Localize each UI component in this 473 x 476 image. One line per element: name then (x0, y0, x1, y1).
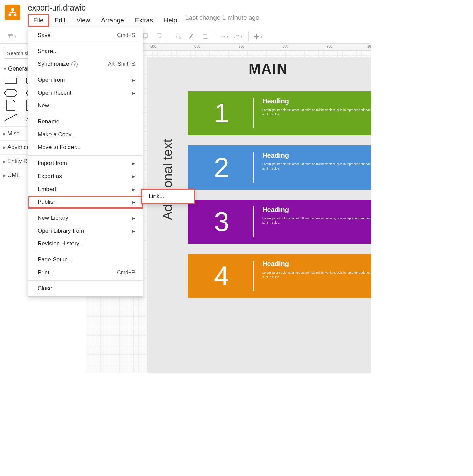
menu-embed[interactable]: Embed (28, 183, 143, 196)
menubar: File Edit View Arrange Extras Help Last … (28, 14, 259, 27)
app-logo[interactable] (5, 5, 20, 20)
menu-edit[interactable]: Edit (49, 14, 71, 27)
svg-rect-2 (14, 14, 17, 16)
menu-open-from[interactable]: Open from (28, 74, 143, 86)
diagram-row-2: 2 Heading Lorem ipsum dolor sit amet. Ut… (188, 145, 371, 190)
menu-save[interactable]: SaveCmd+S (28, 29, 143, 42)
menu-new-[interactable]: New... (28, 99, 143, 112)
menu-export-as[interactable]: Export as (28, 170, 143, 183)
svg-point-10 (179, 37, 181, 39)
connection-style-button[interactable]: ▼ (221, 32, 229, 41)
menu-synchronize[interactable]: Synchronize?Alt+Shift+S (28, 58, 143, 71)
svg-rect-0 (11, 8, 14, 11)
main-title: MAIN (249, 61, 288, 77)
svg-rect-16 (5, 78, 17, 83)
document-title[interactable]: export-url.drawio (28, 3, 259, 13)
menu-arrange[interactable]: Arrange (96, 14, 129, 27)
view-mode-button[interactable]: ▼ (8, 32, 17, 41)
diagram-row-1: 1 Heading Lorem ipsum dolor sit amet. Ut… (188, 91, 371, 135)
svg-rect-1 (9, 14, 12, 16)
to-back-button[interactable] (153, 32, 162, 41)
menu-new-library[interactable]: New Library (28, 212, 143, 224)
shape-hexagon[interactable] (4, 88, 18, 97)
shape-line[interactable] (4, 113, 18, 122)
fill-color-button[interactable] (173, 32, 182, 41)
waypoint-style-button[interactable]: ▼ (234, 32, 243, 41)
menu-move-to-folder-[interactable]: Move to Folder... (28, 141, 143, 154)
publish-submenu: Link... (141, 189, 195, 204)
shape-note[interactable] (4, 101, 18, 110)
menu-help[interactable]: Help (159, 14, 183, 27)
svg-rect-9 (155, 35, 159, 39)
menu-print-[interactable]: Print...Cmd+P (28, 266, 143, 279)
menu-file[interactable]: File (28, 14, 49, 27)
vertical-text: Additional text (161, 139, 175, 220)
diagram-row-4: 4 Heading Lorem ipsum dolor sit amet. Ut… (188, 254, 371, 298)
palette-label: General (8, 65, 28, 72)
menu-publish[interactable]: Publish (28, 196, 143, 209)
menu-open-library-from[interactable]: Open Library from (28, 224, 143, 237)
svg-line-23 (5, 114, 17, 121)
insert-button[interactable]: +▼ (254, 32, 263, 41)
shadow-button[interactable] (201, 32, 209, 41)
svg-rect-3 (8, 35, 13, 38)
menu-page-setup-[interactable]: Page Setup... (28, 253, 143, 266)
svg-point-15 (238, 35, 239, 36)
menu-revision-history-[interactable]: Revision History... (28, 237, 143, 250)
menu-close[interactable]: Close (28, 282, 143, 295)
diagram-row-3: 3 Heading Lorem ipsum dolor sit amet. Ut… (188, 200, 371, 244)
menu-make-a-copy-[interactable]: Make a Copy... (28, 128, 143, 141)
svg-rect-7 (143, 34, 147, 38)
menu-share-[interactable]: Share... (28, 45, 143, 58)
svg-point-14 (234, 37, 235, 38)
shape-rect[interactable] (4, 76, 18, 85)
svg-rect-12 (203, 34, 207, 38)
file-dropdown: SaveCmd+SShare...Synchronize?Alt+Shift+S… (28, 27, 143, 297)
menu-view[interactable]: View (71, 14, 96, 27)
menu-rename-[interactable]: Rename... (28, 115, 143, 128)
submenu-link[interactable]: Link... (142, 190, 194, 203)
search-input[interactable] (4, 47, 31, 59)
menu-extras[interactable]: Extras (129, 14, 159, 27)
diagram-content: MAIN Additional text 1 Heading Lorem ips… (147, 57, 371, 373)
menu-open-recent[interactable]: Open Recent (28, 86, 143, 99)
line-color-button[interactable] (187, 32, 196, 41)
last-change-link[interactable]: Last change 1 minute ago (185, 14, 260, 27)
svg-rect-11 (189, 39, 194, 39)
menu-import-from[interactable]: Import from (28, 157, 143, 170)
